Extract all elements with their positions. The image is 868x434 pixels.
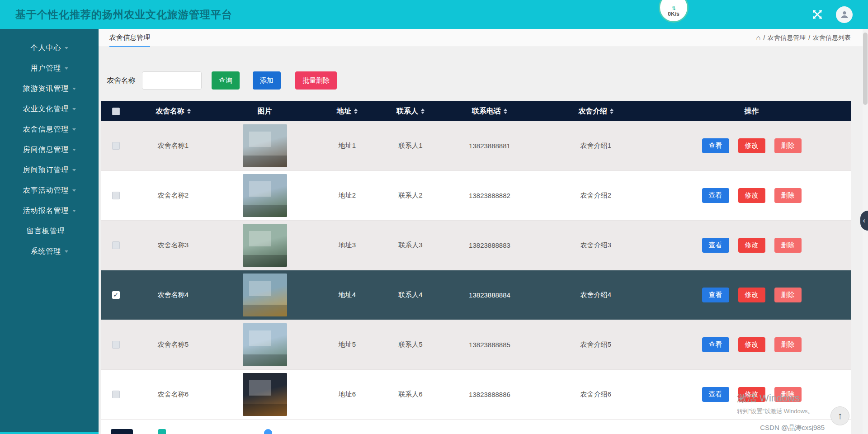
net-arrows-icon: ⇅ xyxy=(671,6,675,11)
cell-name: 农舍名称6 xyxy=(158,390,189,399)
caret-down-icon xyxy=(72,169,76,171)
view-button[interactable]: 查看 xyxy=(702,387,729,402)
collapse-panel-handle[interactable]: ‹ xyxy=(860,211,868,231)
csdn-watermark: CSDN @晶涛cxsj985 xyxy=(760,424,825,432)
cell-address: 地址3 xyxy=(339,241,356,250)
cell-contact: 联系人4 xyxy=(398,291,422,299)
query-button[interactable]: 查询 xyxy=(212,71,240,90)
row-checkbox[interactable] xyxy=(112,241,120,249)
select-all-checkbox[interactable] xyxy=(112,108,120,115)
breadcrumb: ⌂ / 农舍信息管理 / 农舍信息列表 xyxy=(756,34,851,42)
delete-button[interactable]: 删除 xyxy=(774,288,802,302)
sidebar-item-1[interactable]: 个人中心 xyxy=(0,38,99,58)
breadcrumb-separator: / xyxy=(808,34,810,42)
view-button[interactable]: 查看 xyxy=(702,138,729,153)
sidebar-item-8[interactable]: 农事活动管理 xyxy=(0,180,99,201)
pagination-page-button[interactable] xyxy=(264,429,272,434)
row-checkbox[interactable] xyxy=(112,391,120,398)
search-input[interactable] xyxy=(142,71,202,90)
tab-farmhouse-info[interactable]: 农舍信息管理 xyxy=(109,29,150,47)
view-button[interactable]: 查看 xyxy=(702,188,729,203)
scrollbar-thumb[interactable] xyxy=(863,33,868,105)
edit-button[interactable]: 修改 xyxy=(738,188,765,203)
cell-intro: 农舍介绍5 xyxy=(580,340,611,349)
farmhouse-photo[interactable] xyxy=(243,124,287,167)
delete-button[interactable]: 删除 xyxy=(774,188,802,203)
view-button[interactable]: 查看 xyxy=(702,337,729,352)
row-checkbox[interactable] xyxy=(112,192,120,199)
chevron-left-icon: ‹ xyxy=(863,217,865,225)
topbar: 基于个性化推荐的扬州农业文化旅游管理平台 xyxy=(0,0,868,29)
farmhouse-photo[interactable] xyxy=(243,373,287,416)
cell-name: 农舍名称1 xyxy=(158,142,189,150)
user-avatar-button[interactable] xyxy=(836,6,853,23)
fullscreen-icon[interactable] xyxy=(809,6,826,23)
sidebar-item-9[interactable]: 活动报名管理 xyxy=(0,201,99,221)
farmhouse-photo[interactable] xyxy=(243,174,287,217)
sidebar-item-7[interactable]: 房间预订管理 xyxy=(0,160,99,180)
farmhouse-photo[interactable] xyxy=(243,224,287,267)
col-header-intro[interactable]: 农舍介绍 xyxy=(539,107,652,116)
farmhouse-table: 农舍名称 图片 地址 联系人 联系电话 xyxy=(101,101,851,434)
row-checkbox[interactable] xyxy=(112,341,120,349)
main-content: 农舍名称 查询 添加 批量删除 农舍名称 图片 地址 xyxy=(99,47,868,434)
view-button[interactable]: 查看 xyxy=(702,238,729,253)
caret-down-icon xyxy=(72,189,76,192)
col-header-action: 操作 xyxy=(652,107,851,116)
home-icon[interactable]: ⌂ xyxy=(756,34,761,42)
cell-contact: 联系人5 xyxy=(398,340,422,349)
table-row: 农舍名称3 地址3 联系人3 13823888883 农舍介绍3 查看 修改 删… xyxy=(101,221,851,270)
edit-button[interactable]: 修改 xyxy=(738,238,765,253)
view-button[interactable]: 查看 xyxy=(702,288,729,302)
col-header-phone[interactable]: 联系电话 xyxy=(440,107,539,116)
caret-down-icon xyxy=(72,108,76,110)
pagination-total-badge[interactable] xyxy=(111,429,133,434)
vertical-scrollbar xyxy=(863,29,868,434)
sidebar-item-2[interactable]: 用户管理 xyxy=(0,58,99,79)
cell-address: 地址6 xyxy=(339,390,356,399)
cell-phone: 13823888881 xyxy=(469,142,510,150)
delete-button[interactable]: 删除 xyxy=(774,238,802,253)
cell-address: 地址2 xyxy=(339,191,356,200)
cell-phone: 13823888882 xyxy=(469,192,510,199)
row-checkbox[interactable] xyxy=(112,142,120,150)
sidebar-item-6[interactable]: 房间信息管理 xyxy=(0,140,99,160)
caret-down-icon xyxy=(65,47,68,49)
add-button[interactable]: 添加 xyxy=(253,71,281,90)
farmhouse-photo[interactable] xyxy=(243,274,287,316)
edit-button[interactable]: 修改 xyxy=(738,337,765,352)
search-label: 农舍名称 xyxy=(107,76,136,85)
sidebar-item-11[interactable]: 系统管理 xyxy=(0,241,99,262)
sidebar-item-4[interactable]: 农业文化管理 xyxy=(0,99,99,119)
edit-button[interactable]: 修改 xyxy=(738,138,765,153)
cell-contact: 联系人1 xyxy=(398,142,422,150)
breadcrumb-item-1[interactable]: 农舍信息管理 xyxy=(768,34,806,42)
table-header-row: 农舍名称 图片 地址 联系人 联系电话 xyxy=(101,101,851,121)
batch-delete-button[interactable]: 批量删除 xyxy=(295,71,337,90)
table-body: 农舍名称1 地址1 联系人1 13823888881 农舍介绍1 查看 修改 删… xyxy=(101,121,851,420)
delete-button[interactable]: 删除 xyxy=(774,138,802,153)
edit-button[interactable]: 修改 xyxy=(738,288,765,302)
col-header-name[interactable]: 农舍名称 xyxy=(130,107,216,116)
table-row: 农舍名称1 地址1 联系人1 13823888881 农舍介绍1 查看 修改 删… xyxy=(101,121,851,171)
scroll-to-top-button[interactable]: ↑ xyxy=(830,406,849,425)
col-header-contact[interactable]: 联系人 xyxy=(381,107,440,116)
col-header-address[interactable]: 地址 xyxy=(313,107,381,116)
farmhouse-photo[interactable] xyxy=(243,323,287,366)
row-checkbox[interactable] xyxy=(112,291,120,299)
sidebar-item-10[interactable]: 留言板管理 xyxy=(0,221,99,241)
cell-phone: 13823888886 xyxy=(469,391,510,398)
table-row: 农舍名称4 地址4 联系人4 13823888884 农舍介绍4 查看 修改 删… xyxy=(101,270,851,320)
caret-down-icon xyxy=(72,128,76,131)
cell-address: 地址1 xyxy=(339,142,356,150)
breadcrumb-item-2[interactable]: 农舍信息列表 xyxy=(813,34,851,42)
sidebar-item-3[interactable]: 旅游资讯管理 xyxy=(0,79,99,99)
caret-down-icon xyxy=(65,67,68,70)
cell-phone: 13823888884 xyxy=(469,291,510,299)
sidebar-item-5[interactable]: 农舍信息管理 xyxy=(0,119,99,140)
cell-contact: 联系人6 xyxy=(398,390,422,399)
delete-button[interactable]: 删除 xyxy=(774,337,802,352)
caret-down-icon xyxy=(65,250,68,253)
pagination-size-select[interactable] xyxy=(158,429,166,434)
cell-name: 农舍名称2 xyxy=(158,191,189,200)
